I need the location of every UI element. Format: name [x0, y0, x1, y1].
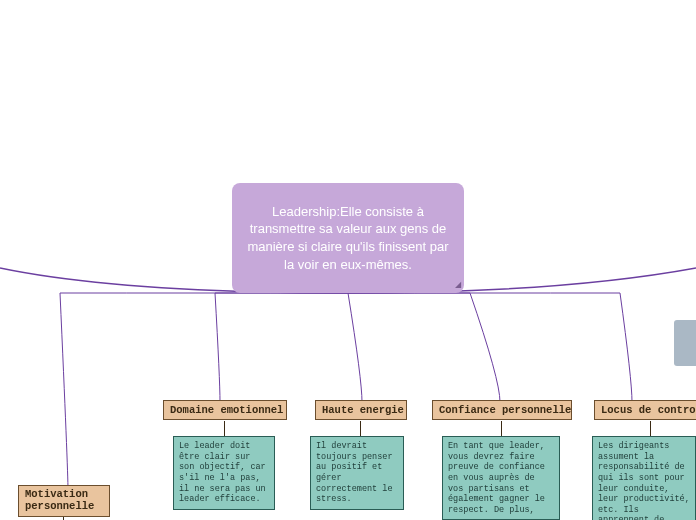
mindmap-canvas[interactable]: Leadership:Elle consiste à transmettre s…: [0, 0, 696, 520]
connector-stem: [650, 421, 651, 436]
topic-label: Motivation personnelle: [25, 489, 103, 512]
note-locus[interactable]: Les dirigeants assument la responsabilit…: [592, 436, 696, 520]
note-text: Les dirigeants assument la responsabilit…: [598, 441, 690, 520]
topic-domaine-emotionnel[interactable]: Domaine emotionnel: [163, 400, 287, 420]
topic-label: Confiance personnelle: [439, 404, 571, 416]
central-node[interactable]: Leadership:Elle consiste à transmettre s…: [232, 183, 464, 293]
resize-handle-icon[interactable]: ◢: [455, 280, 461, 291]
note-text: Il devrait toujours penser au positif et…: [316, 441, 393, 504]
side-panel-toggle[interactable]: [674, 320, 696, 366]
topic-label: Haute energie: [322, 404, 404, 416]
topic-locus-controle[interactable]: Locus de controle: [594, 400, 696, 420]
note-confiance[interactable]: En tant que leader, vous devrez faire pr…: [442, 436, 560, 520]
note-domaine[interactable]: Le leader doit être clair sur son object…: [173, 436, 275, 510]
note-energie[interactable]: Il devrait toujours penser au positif et…: [310, 436, 404, 510]
topic-motivation-personnelle[interactable]: Motivation personnelle: [18, 485, 110, 517]
note-text: En tant que leader, vous devrez faire pr…: [448, 441, 545, 515]
connector-stem: [224, 421, 225, 436]
topic-haute-energie[interactable]: Haute energie: [315, 400, 407, 420]
connector-stem: [360, 421, 361, 436]
central-text: Leadership:Elle consiste à transmettre s…: [242, 203, 454, 273]
note-text: Le leader doit être clair sur son object…: [179, 441, 266, 504]
topic-label: Domaine emotionnel: [170, 404, 283, 416]
topic-label: Locus de controle: [601, 404, 696, 416]
connector-stem: [501, 421, 502, 436]
topic-confiance-personnelle[interactable]: Confiance personnelle: [432, 400, 572, 420]
